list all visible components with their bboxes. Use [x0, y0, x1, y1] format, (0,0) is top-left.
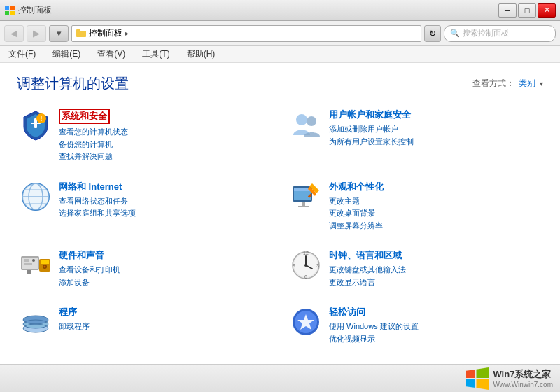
svg-rect-1 — [10, 6, 15, 10]
svg-rect-2 — [5, 11, 9, 15]
svg-point-30 — [32, 259, 35, 262]
category-user-accounts[interactable]: 用户帐户和家庭安全 添加或删除用户帐户 为所有用户设置家长控制 — [287, 104, 543, 171]
svg-rect-4 — [76, 31, 86, 37]
category-hardware[interactable]: 硬件和声音 查看设备和打印机 添加设备 — [17, 245, 273, 296]
category-accessibility[interactable]: 轻松访问 使用 Windows 建议的设置 优化视频显示 — [287, 302, 543, 353]
menu-view[interactable]: 查看(V) — [94, 47, 128, 62]
svg-rect-20 — [294, 188, 311, 191]
svg-rect-5 — [76, 29, 80, 31]
close-button[interactable]: ✕ — [538, 4, 556, 18]
address-input[interactable]: 控制面板 ▸ — [71, 25, 421, 42]
system-security-link-3[interactable]: 查找并解决问题 — [59, 150, 270, 163]
minimize-button[interactable]: ─ — [498, 4, 517, 18]
menu-file[interactable]: 文件(F) — [6, 47, 38, 62]
menu-tools[interactable]: 工具(T) — [139, 47, 172, 62]
category-clock[interactable]: 12 3 6 9 时钟、语言和区域 更改键盘或其他输入法 更改显示语言 — [287, 245, 543, 296]
svg-text:3: 3 — [316, 263, 319, 268]
user-accounts-links: 添加或删除用户帐户 为所有用户设置家长控制 — [329, 123, 540, 148]
dropdown-button[interactable]: ▾ — [49, 25, 69, 42]
svg-rect-3 — [10, 11, 15, 15]
title-bar-left: 控制面板 — [4, 4, 52, 16]
forward-button[interactable]: ▶ — [27, 25, 46, 42]
clock-link-1[interactable]: 更改键盘或其他输入法 — [329, 264, 540, 276]
system-security-links: 查看您的计算机状态 备份您的计算机 查找并解决问题 — [59, 126, 270, 163]
clock-link-2[interactable]: 更改显示语言 — [329, 276, 540, 289]
svg-rect-21 — [302, 202, 305, 206]
appearance-link-1[interactable]: 更改主题 — [329, 195, 540, 208]
system-security-icon: ! — [20, 108, 52, 141]
system-security-link-1[interactable]: 查看您的计算机状态 — [59, 126, 270, 139]
network-icon — [20, 181, 52, 213]
accessibility-title[interactable]: 轻松访问 — [329, 306, 540, 318]
appearance-links: 更改主题 更改桌面背景 调整屏幕分辨率 — [329, 195, 540, 232]
view-dropdown-icon[interactable]: ▾ — [540, 80, 543, 88]
programs-title[interactable]: 程序 — [59, 306, 270, 318]
appearance-link-3[interactable]: 调整屏幕分辨率 — [329, 220, 540, 232]
network-text: 网络和 Internet 查看网络状态和任务 选择家庭组和共享选项 — [59, 181, 270, 220]
hardware-link-1[interactable]: 查看设备和打印机 — [59, 264, 270, 276]
title-bar-controls: ─ □ ✕ — [498, 4, 556, 18]
svg-rect-29 — [24, 263, 32, 265]
hardware-title[interactable]: 硬件和声音 — [59, 249, 270, 262]
svg-text:9: 9 — [293, 263, 295, 268]
appearance-link-2[interactable]: 更改桌面背景 — [329, 207, 540, 220]
folder-icon — [76, 29, 86, 37]
appearance-title[interactable]: 外观和个性化 — [329, 181, 540, 193]
accessibility-link-1[interactable]: 使用 Windows 建议的设置 — [329, 321, 540, 333]
accessibility-link-2[interactable]: 优化视频显示 — [329, 333, 540, 346]
search-icon: 🔍 — [450, 29, 460, 38]
clock-text: 时钟、语言和区域 更改键盘或其他输入法 更改显示语言 — [329, 249, 540, 288]
programs-link-1[interactable]: 卸载程序 — [59, 321, 270, 333]
svg-rect-35 — [27, 270, 31, 274]
accessibility-links: 使用 Windows 建议的设置 优化视频显示 — [329, 321, 540, 345]
page-header: 调整计算机的设置 查看方式： 类别 ▾ — [17, 74, 543, 93]
system-security-text: 系统和安全 查看您的计算机状态 备份您的计算机 查找并解决问题 — [59, 108, 270, 163]
network-title[interactable]: 网络和 Internet — [59, 181, 270, 193]
menu-help[interactable]: 帮助(H) — [184, 47, 218, 62]
system-security-title[interactable]: 系统和安全 — [59, 108, 110, 124]
svg-text:12: 12 — [303, 251, 309, 255]
hardware-icon — [20, 249, 52, 281]
svg-point-17 — [22, 183, 49, 210]
logo-small-text: Www.Winwin7.com — [493, 381, 553, 388]
network-links: 查看网络状态和任务 选择家庭组和共享选项 — [59, 195, 270, 220]
svg-text:!: ! — [40, 115, 42, 122]
category-programs[interactable]: 程序 卸载程序 — [17, 302, 273, 353]
main-content: 调整计算机的设置 查看方式： 类别 ▾ ! 系统和安全 — [0, 63, 560, 364]
accessibility-icon — [290, 306, 322, 338]
category-system-security[interactable]: ! 系统和安全 查看您的计算机状态 备份您的计算机 查找并解决问题 — [17, 104, 273, 171]
user-accounts-link-2[interactable]: 为所有用户设置家长控制 — [329, 136, 540, 148]
svg-point-10 — [296, 114, 307, 125]
refresh-button[interactable]: ↻ — [424, 25, 441, 42]
network-link-1[interactable]: 查看网络状态和任务 — [59, 195, 270, 208]
user-accounts-text: 用户帐户和家庭安全 添加或删除用户帐户 为所有用户设置家长控制 — [329, 108, 540, 148]
user-accounts-link-1[interactable]: 添加或删除用户帐户 — [329, 123, 540, 136]
user-accounts-icon — [290, 108, 322, 141]
svg-rect-28 — [24, 259, 29, 262]
logo-big-text: Win7系统之家 — [493, 368, 553, 381]
menu-edit[interactable]: 编辑(E) — [50, 47, 83, 62]
user-accounts-title[interactable]: 用户帐户和家庭安全 — [329, 108, 540, 121]
view-value-button[interactable]: 类别 — [519, 78, 536, 90]
title-bar-text: 控制面板 — [18, 4, 52, 16]
appearance-text: 外观和个性化 更改主题 更改桌面背景 调整屏幕分辨率 — [329, 181, 540, 232]
title-bar: 控制面板 ─ □ ✕ — [0, 0, 560, 21]
svg-rect-32 — [41, 260, 49, 264]
category-network[interactable]: 网络和 Internet 查看网络状态和任务 选择家庭组和共享选项 — [17, 176, 273, 240]
svg-rect-0 — [5, 6, 9, 10]
category-appearance[interactable]: 外观和个性化 更改主题 更改桌面背景 调整屏幕分辨率 — [287, 176, 543, 240]
menu-bar: 文件(F) 编辑(E) 查看(V) 工具(T) 帮助(H) — [0, 46, 560, 63]
programs-text: 程序 卸载程序 — [59, 306, 270, 333]
back-button[interactable]: ◀ — [4, 25, 24, 42]
hardware-text: 硬件和声音 查看设备和打印机 添加设备 — [59, 249, 270, 288]
maximize-button[interactable]: □ — [518, 4, 536, 18]
svg-point-11 — [307, 116, 316, 126]
svg-rect-22 — [298, 206, 309, 207]
clock-title[interactable]: 时钟、语言和区域 — [329, 249, 540, 262]
view-options: 查看方式： 类别 ▾ — [472, 78, 543, 90]
hardware-link-2[interactable]: 添加设备 — [59, 276, 270, 289]
search-box[interactable]: 🔍 搜索控制面板 — [444, 25, 556, 42]
system-security-link-2[interactable]: 备份您的计算机 — [59, 139, 270, 151]
network-link-2[interactable]: 选择家庭组和共享选项 — [59, 207, 270, 220]
page-title: 调整计算机的设置 — [17, 74, 129, 93]
